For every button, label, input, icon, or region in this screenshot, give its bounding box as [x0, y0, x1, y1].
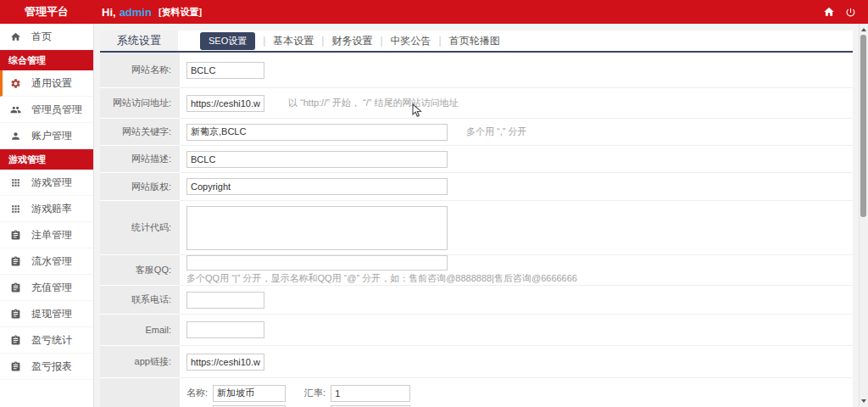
- sidebar-item-label: 游戏赔率: [31, 202, 72, 216]
- input-7[interactable]: [186, 292, 264, 309]
- sidebar-item-label: 盈亏统计: [31, 333, 72, 348]
- input-1[interactable]: [186, 95, 264, 112]
- doc-icon: [10, 361, 21, 372]
- form-field-area-3: [180, 146, 853, 173]
- form-field-area-9: [180, 346, 853, 378]
- user-greeting: Hi, admin [资料设置]: [102, 6, 202, 19]
- field-hint: 以 “http://” 开始， “/” 结尾的网站访问地址: [288, 97, 458, 109]
- grid-icon: [10, 204, 21, 215]
- form-row-7: 联系电话:: [100, 286, 853, 315]
- top-header: 管理平台 Hi, admin [资料设置]: [0, 0, 868, 24]
- sidebar-item-label: 通用设置: [31, 76, 72, 91]
- tab-link-2[interactable]: 中奖公告: [391, 34, 431, 48]
- sidebar-item-label: 管理员管理: [31, 103, 82, 117]
- form-field-area-4: [180, 173, 853, 201]
- tab-link-3[interactable]: 首页轮播图: [449, 34, 500, 48]
- power-icon[interactable]: [845, 7, 856, 18]
- sidebar-item-12[interactable]: 盈亏统计: [0, 327, 93, 354]
- tab-separator: |: [380, 35, 382, 47]
- users-icon: [10, 104, 21, 115]
- home-icon[interactable]: [823, 6, 835, 18]
- form-label-5: 统计代码:: [100, 201, 180, 255]
- sidebar-item-9[interactable]: 流水管理: [0, 248, 93, 275]
- input-0[interactable]: [186, 62, 264, 79]
- currency-rate-input-0[interactable]: [331, 385, 410, 402]
- form-label-1: 网站访问地址:: [100, 88, 180, 119]
- currency-name-label: 名称:: [186, 387, 208, 399]
- doc-icon: [10, 335, 21, 346]
- scrollbar-down-arrow-icon[interactable]: [860, 397, 868, 405]
- form-row-9: app链接:: [100, 346, 853, 378]
- sidebar-item-0[interactable]: 首页: [0, 24, 93, 50]
- tab-link-1[interactable]: 财务设置: [331, 34, 372, 48]
- sidebar: 首页综合管理通用设置管理员管理账户管理游戏管理游戏管理游戏赔率注单管理流水管理充…: [0, 24, 94, 407]
- sidebar-item-label: 流水管理: [31, 254, 72, 269]
- input-4[interactable]: [186, 178, 448, 195]
- profile-settings-link[interactable]: [资料设置]: [159, 6, 202, 19]
- form-field-area-7: [180, 286, 853, 315]
- settings-form: 网站名称:网站访问地址:以 “http://” 开始， “/” 结尾的网站访问地…: [100, 53, 853, 407]
- vertical-scrollbar[interactable]: [859, 24, 868, 407]
- tab-link-0[interactable]: 基本设置: [273, 34, 314, 48]
- tab-bar: 系统设置 SEO设置 |基本设置|财务设置|中奖公告|首页轮播图: [100, 31, 853, 53]
- input-2[interactable]: [186, 124, 448, 141]
- form-field-area-5: [180, 201, 853, 255]
- input-3[interactable]: [186, 151, 448, 168]
- tab-seo-settings-active[interactable]: SEO设置: [200, 32, 255, 50]
- tab-links: |基本设置|财务设置|中奖公告|首页轮播图: [255, 34, 500, 48]
- doc-icon: [10, 282, 21, 293]
- textarea-5[interactable]: [186, 206, 448, 250]
- sidebar-item-8[interactable]: 注单管理: [0, 222, 93, 248]
- sidebar-section-1: 综合管理: [0, 50, 93, 70]
- scrollbar-thumb[interactable]: [860, 35, 866, 217]
- sidebar-item-11[interactable]: 提现管理: [0, 301, 93, 327]
- form-field-area-6: 多个QQ用 “|” 分开，显示名称和QQ用 “@” 分开，如：售前咨询@8888…: [180, 255, 853, 286]
- doc-icon: [10, 309, 21, 320]
- input-6[interactable]: [186, 255, 448, 270]
- tab-system-settings[interactable]: 系统设置: [100, 31, 178, 51]
- input-8[interactable]: [186, 321, 264, 338]
- form-row-10: 名称:汇率:名称:汇率:: [100, 378, 853, 407]
- sidebar-item-label: 注单管理: [31, 228, 72, 243]
- form-row-3: 网站描述:: [100, 146, 853, 173]
- sidebar-item-13[interactable]: 盈亏报表: [0, 354, 93, 380]
- sidebar-item-10[interactable]: 充值管理: [0, 275, 93, 301]
- sidebar-item-2[interactable]: 通用设置: [0, 70, 93, 97]
- sidebar-item-label: 首页: [31, 30, 52, 44]
- form-label-0: 网站名称:: [100, 53, 180, 88]
- grid-icon: [10, 177, 21, 188]
- currency-rate-label: 汇率:: [304, 387, 326, 399]
- sidebar-item-label: 充值管理: [31, 281, 72, 295]
- sidebar-item-4[interactable]: 账户管理: [0, 123, 93, 149]
- form-field-area-0: [180, 53, 853, 88]
- username-link[interactable]: admin: [120, 6, 152, 19]
- greeting-prefix: Hi,: [102, 6, 116, 19]
- doc-icon: [10, 256, 21, 267]
- currency-row-0: 名称:汇率:: [186, 385, 410, 402]
- form-label-2: 网站关键字:: [100, 119, 180, 146]
- tab-separator: |: [321, 35, 324, 47]
- doc-icon: [10, 230, 21, 241]
- tab-separator: |: [439, 35, 442, 47]
- home-icon: [10, 31, 21, 42]
- scrollbar-up-arrow-icon[interactable]: [860, 25, 868, 34]
- form-label-4: 网站版权:: [100, 173, 180, 201]
- sidebar-item-label: 盈亏报表: [31, 360, 72, 374]
- sidebar-item-6[interactable]: 游戏管理: [0, 170, 93, 196]
- sidebar-item-7[interactable]: 游戏赔率: [0, 196, 93, 222]
- sidebar-item-3[interactable]: 管理员管理: [0, 97, 93, 123]
- currency-name-input-0[interactable]: [213, 385, 286, 402]
- sidebar-item-label: 提现管理: [31, 307, 72, 321]
- user-icon: [10, 131, 21, 142]
- form-label-3: 网站描述:: [100, 146, 180, 173]
- app-brand: 管理平台: [0, 4, 93, 20]
- form-row-8: Email:: [100, 315, 853, 346]
- form-label-9: app链接:: [100, 346, 180, 378]
- input-9[interactable]: [186, 354, 264, 371]
- main-panel: 系统设置 SEO设置 |基本设置|财务设置|中奖公告|首页轮播图 网站名称:网站…: [100, 31, 853, 407]
- form-field-area-8: [180, 315, 853, 346]
- form-row-6: 客服QQ:多个QQ用 “|” 分开，显示名称和QQ用 “@” 分开，如：售前咨询…: [100, 255, 853, 286]
- form-row-5: 统计代码:: [100, 201, 853, 255]
- tab-separator: |: [263, 35, 265, 47]
- field-hint: 多个QQ用 “|” 分开，显示名称和QQ用 “@” 分开，如：售前咨询@8888…: [186, 272, 577, 285]
